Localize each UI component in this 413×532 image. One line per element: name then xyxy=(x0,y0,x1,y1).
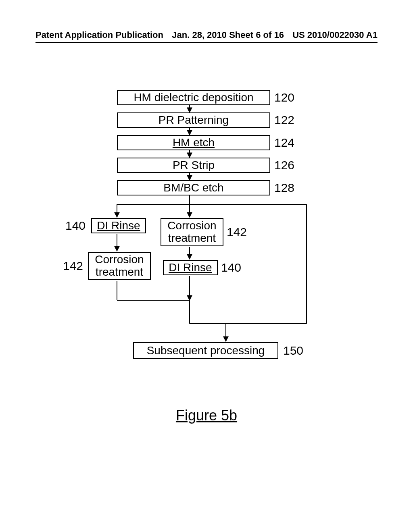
header-mid: Jan. 28, 2010 Sheet 6 of 16 xyxy=(172,30,284,40)
step-label: PR Patterning xyxy=(159,114,229,127)
step-label: PR Strip xyxy=(173,159,215,172)
step-label: Corrosion treatment xyxy=(91,254,148,278)
step-label: DI Rinse xyxy=(97,220,140,232)
step-hm-etch: HM etch xyxy=(117,135,270,150)
ref-140-left: 140 xyxy=(65,219,86,233)
ref-142-right: 142 xyxy=(227,225,247,239)
header-right: US 2010/0022030 A1 xyxy=(292,30,378,40)
header-left: Patent Application Publication xyxy=(35,30,163,40)
ref-140-right: 140 xyxy=(221,261,241,274)
step-di-rinse-right: DI Rinse xyxy=(163,260,218,275)
step-corrosion-treatment-right: Corrosion treatment xyxy=(161,218,223,246)
figure-caption: Figure 5b xyxy=(0,407,413,424)
step-label: HM etch xyxy=(173,137,215,149)
step-label: Corrosion treatment xyxy=(164,220,220,245)
step-subsequent-processing: Subsequent processing xyxy=(133,342,278,359)
step-di-rinse-left: DI Rinse xyxy=(91,218,146,233)
page-header: Patent Application Publication Jan. 28, … xyxy=(0,30,413,43)
ref-142-left: 142 xyxy=(63,259,83,273)
flowchart-5b: HM dielectric deposition 120 PR Patterni… xyxy=(0,90,413,372)
ref-124: 124 xyxy=(274,136,294,150)
step-corrosion-treatment-left: Corrosion treatment xyxy=(88,252,151,280)
ref-128: 128 xyxy=(274,181,294,195)
ref-126: 126 xyxy=(274,158,294,172)
step-label: Subsequent processing xyxy=(147,345,265,357)
step-bm-bc-etch: BM/BC etch xyxy=(117,180,270,195)
step-pr-patterning: PR Patterning xyxy=(117,112,270,128)
ref-122: 122 xyxy=(274,113,294,127)
ref-120: 120 xyxy=(274,91,294,104)
ref-150: 150 xyxy=(283,344,303,357)
step-label: BM/BC etch xyxy=(163,182,223,194)
step-label: HM dielectric deposition xyxy=(133,91,253,104)
step-hm-dielectric-deposition: HM dielectric deposition xyxy=(117,90,270,105)
header-rule xyxy=(35,42,378,43)
step-pr-strip: PR Strip xyxy=(117,158,270,173)
step-label: DI Rinse xyxy=(169,262,212,274)
